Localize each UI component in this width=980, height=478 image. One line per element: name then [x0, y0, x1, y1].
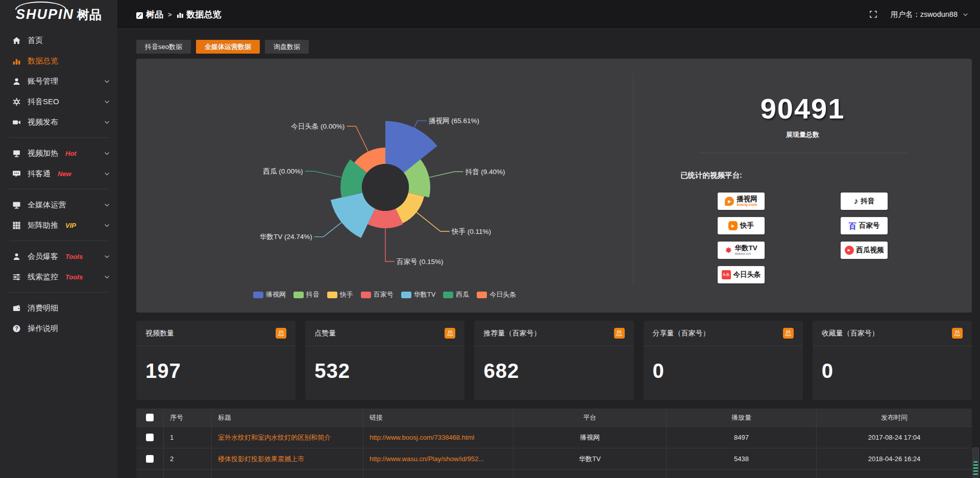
fullscreen-icon[interactable]: [869, 10, 877, 18]
stat-card-total-badge: 总: [952, 328, 963, 339]
sidebar-item-首页[interactable]: 首页: [0, 30, 117, 51]
legend-swatch: [253, 292, 263, 298]
menu-divider: [9, 292, 108, 293]
sidebar-item-账号管理[interactable]: 账号管理: [0, 71, 117, 91]
legend-item-播视网[interactable]: 播视网: [253, 290, 286, 299]
legend-name: 百家号: [374, 290, 394, 299]
impressions-total-label: 展现量总数: [633, 130, 972, 139]
chevron-down-icon: [104, 99, 110, 105]
stat-cards-row: 视频数量总197点赞量总532推荐量（百家号）总682分享量（百家号）总0收藏量…: [136, 321, 972, 400]
stat-card-total-badge: 总: [614, 328, 625, 339]
legend-item-百家号[interactable]: 百家号: [361, 290, 394, 299]
pie-legend: 播视网抖音快手百家号华数TV西瓜今日头条: [136, 290, 633, 299]
platform-name: 华数TV: [734, 245, 757, 252]
platform-text: 百家号: [859, 222, 880, 229]
stat-card-total-badge: 总: [445, 328, 455, 339]
sidebar-item-badge: VIP: [65, 222, 76, 229]
platform-subtitle: boosj.com: [737, 203, 757, 207]
tab-全媒体运营数据[interactable]: 全媒体运营数据: [196, 40, 260, 54]
table-cell-empty: [212, 470, 363, 478]
legend-item-快手[interactable]: 快手: [327, 290, 353, 299]
platform-subtitle: wasu.cn: [734, 252, 751, 256]
table-row: 1室外水纹灯和室内水纹灯的区别和简介http://www.boosj.com/7…: [136, 427, 972, 448]
sidebar-item-矩阵助推[interactable]: 矩阵助推VIP: [0, 215, 117, 235]
table-cell-empty: [667, 470, 817, 478]
boosj-logo-icon: ▶: [725, 197, 734, 206]
sidebar-item-线索监控[interactable]: 线索监控Tools: [0, 267, 117, 287]
legend-item-今日头条[interactable]: 今日头条: [477, 290, 516, 299]
dashboard-page: SHUPIN 树品 首页数据总览账号管理抖音SEO视频发布视频加热Hot抖客通N…: [0, 0, 980, 478]
sidebar-item-抖音SEO[interactable]: 抖音SEO: [0, 91, 117, 112]
scrollbar-thumb[interactable]: [973, 461, 978, 476]
breadcrumb-item-shupin[interactable]: 树品: [136, 9, 163, 20]
chevron-down-icon: [104, 171, 110, 177]
chevron-down-icon: [104, 274, 110, 280]
sidebar-item-badge: New: [58, 170, 71, 178]
pie-slice-播视网[interactable]: [385, 121, 437, 173]
videos-table: 序号标题链接平台播放量发布时间1室外水纹灯和室内水纹灯的区别和简介http://…: [136, 409, 972, 478]
legend-swatch: [293, 292, 304, 298]
tab-询盘数据[interactable]: 询盘数据: [265, 40, 309, 54]
topbar-right: 用户名：zswodun88: [869, 10, 969, 19]
sidebar-item-label: 账号管理: [28, 77, 58, 86]
row-checkbox[interactable]: [146, 434, 154, 441]
table-header-cell: 标题: [212, 409, 363, 427]
table-cell-title[interactable]: 室外水纹灯和室内水纹灯的区别和简介: [212, 427, 363, 448]
platform-name: 抖音: [861, 198, 874, 205]
stat-card-value: 532: [305, 346, 464, 383]
sidebar-item-视频发布[interactable]: 视频发布: [0, 112, 117, 132]
tab-抖音seo数据[interactable]: 抖音seo数据: [136, 40, 191, 54]
sidebar-item-操作说明[interactable]: ?操作说明: [0, 318, 117, 339]
stat-card-label: 点赞量: [314, 329, 336, 338]
table-header-cell: [136, 409, 164, 427]
app-logo: SHUPIN 树品: [0, 0, 117, 29]
table-header-cell: 发布时间: [817, 409, 972, 427]
legend-name: 快手: [340, 290, 353, 299]
pie-label-line: [305, 171, 342, 177]
platform-text: 抖音: [861, 198, 874, 205]
sidebar-item-数据总览[interactable]: 数据总览: [0, 51, 117, 71]
stat-card-label: 分享量（百家号）: [653, 329, 710, 338]
select-all-checkbox[interactable]: [146, 414, 154, 421]
stat-card-value: 682: [474, 346, 633, 383]
tab-row: 抖音seo数据全媒体运营数据询盘数据: [136, 40, 972, 54]
sidebar-item-label: 消费明细: [28, 303, 58, 313]
table-cell-link[interactable]: http://www.wasu.cn/Play/show/id/952...: [363, 448, 513, 470]
sidebar-item-全媒体运营[interactable]: 全媒体运营: [0, 195, 117, 215]
pie-label: 抖音 (9.40%): [465, 168, 505, 176]
summary-panel: 90491 展现量总数 已统计的视频平台: ▶播视网boosj.com♪抖音▶快…: [633, 59, 972, 313]
pie-label: 今日头条 (0.00%): [291, 123, 345, 130]
table-cell-checkbox: [136, 448, 164, 470]
legend-item-华数TV[interactable]: 华数TV: [401, 290, 436, 299]
stat-card-value: 0: [644, 346, 803, 383]
table-cell-title[interactable]: 楼体投影灯投影效果震撼上市: [212, 448, 363, 470]
stat-card-分享量（百家号）: 分享量（百家号）总0: [644, 321, 803, 400]
legend-item-抖音[interactable]: 抖音: [293, 290, 320, 299]
help-icon: ?: [12, 324, 21, 333]
sidebar-item-抖客通[interactable]: 抖客通New: [0, 163, 117, 184]
logo-text-cn: 树品: [77, 7, 102, 23]
platform-text: 播视网boosj.com: [737, 196, 757, 207]
pie-label: 华数TV (24.74%): [260, 233, 312, 241]
xigua-logo-icon: ▶: [845, 246, 854, 255]
menu-divider: [9, 241, 108, 241]
sidebar-item-消费明细[interactable]: 消费明细: [0, 298, 117, 318]
svg-text:?: ?: [15, 325, 18, 331]
platform-name: 今日头条: [733, 271, 761, 278]
user-menu[interactable]: 用户名：zswodun88: [891, 10, 969, 19]
table-cell-plays: 8497: [667, 427, 817, 448]
legend-item-西瓜[interactable]: 西瓜: [443, 290, 469, 299]
sidebar-item-会员爆客[interactable]: 会员爆客Tools: [0, 246, 117, 267]
stat-card-header: 收藏量（百家号）总: [813, 321, 972, 346]
row-checkbox[interactable]: [146, 455, 154, 463]
sidebar-item-label: 线索监控: [28, 272, 58, 282]
table-cell-link[interactable]: http://www.boosj.com/7338468.html: [363, 427, 513, 448]
breadcrumb-item-data-overview[interactable]: 数据总览: [177, 9, 222, 20]
table-cell-platform: 播视网: [513, 427, 667, 448]
table-cell-empty: [817, 470, 972, 478]
sidebar-item-视频加热[interactable]: 视频加热Hot: [0, 143, 117, 163]
table-header-row: 序号标题链接平台播放量发布时间: [136, 409, 972, 427]
table-cell-checkbox: [136, 427, 164, 448]
sliders-icon: [12, 273, 21, 281]
platform-name: 播视网: [737, 196, 757, 203]
